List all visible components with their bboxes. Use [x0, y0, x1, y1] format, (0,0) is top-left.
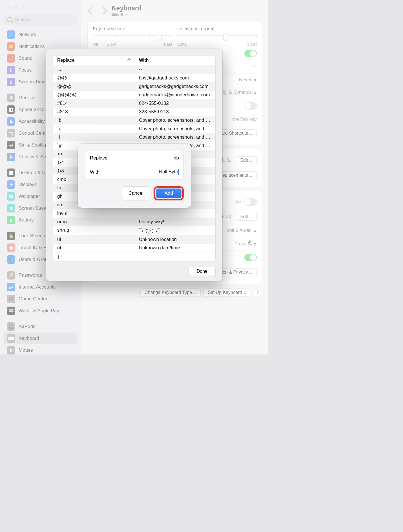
fullscreen-icon[interactable]	[21, 6, 25, 10]
table-row[interactable]: shrug¯\_(ツ)_/¯	[53, 226, 215, 235]
key-repeat-slider[interactable]	[93, 34, 172, 41]
change-keyboard-type-button[interactable]: Change Keyboard Type…	[140, 288, 201, 297]
table-row[interactable]: #814624-555-0182	[53, 99, 215, 108]
search-input[interactable]: Search	[4, 15, 77, 25]
backlight-toggle[interactable]	[244, 50, 257, 57]
column-header-with[interactable]: With	[135, 56, 215, 65]
with-cell: Cover photo, screenshots, and GIFs by	[135, 116, 215, 125]
with-cell: gadgethacks@wonderhowto.com	[135, 91, 215, 99]
with-cell: 624-555-0182	[135, 99, 215, 108]
audio-value[interactable]: bolt 3 Audio	[227, 228, 257, 233]
sidebar-item-label: Mouse	[19, 347, 33, 353]
sidebar-item-label: Appearance	[19, 107, 45, 112]
with-cell	[135, 209, 215, 218]
sidebar-item-label: Internet Accounts	[19, 284, 56, 290]
table-row[interactable]: `bCover photo, screenshots, and GIFs by	[53, 116, 215, 125]
table-row[interactable]: @@@@gadgethacks@wonderhowto.com	[53, 91, 215, 99]
with-cell: On my way!	[135, 218, 215, 226]
with-cell: Cover photo, screenshots, and GIFs by	[135, 133, 215, 141]
focus-icon: ☾	[7, 66, 15, 74]
done-button[interactable]: Done	[189, 267, 216, 276]
add-button[interactable]: Add	[156, 189, 181, 198]
cancel-button[interactable]: Cancel	[122, 186, 150, 200]
table-row[interactable]: ....⋯	[53, 65, 215, 74]
table-row[interactable]: @@tips@gadgethacks.com	[53, 74, 215, 82]
sidebar-item-game-center[interactable]: 🎮Game Center	[4, 293, 77, 305]
replace-field[interactable]: nb	[174, 155, 179, 161]
search-icon	[7, 17, 12, 22]
table-row[interactable]: `jCover photo, screenshots, and GIFs by	[53, 133, 215, 141]
chevron-up-icon	[127, 58, 131, 62]
minimize-icon[interactable]	[14, 6, 18, 10]
dictation-shortcut[interactable]: Press	[234, 240, 257, 247]
wallet-apple-pay-icon: 💳	[7, 307, 15, 315]
with-cell: gadgethacks@gadgethacks.com	[135, 82, 215, 91]
users-groups-icon: 👥	[7, 255, 15, 264]
window-controls	[0, 6, 81, 15]
game-center-icon: 🎮	[7, 295, 15, 303]
forward-button[interactable]	[99, 7, 107, 15]
lowlight-value[interactable]: Never	[239, 77, 257, 83]
sidebar-item-airpods[interactable]: 🎧AirPods	[4, 321, 77, 333]
sidebar-item-label: Focus	[19, 67, 32, 73]
passwords-icon: 🔑	[7, 271, 15, 280]
delay-slider[interactable]	[177, 34, 257, 41]
close-icon[interactable]	[7, 6, 11, 10]
highlight-annotation: Add	[154, 186, 184, 200]
battery-status: 86%	[112, 12, 141, 17]
desktop-dock-icon: ▣	[7, 169, 15, 177]
sidebar-item-network[interactable]: 🌐Network	[4, 29, 77, 41]
sidebar-item-label: Siri & Spotlight	[19, 142, 50, 148]
with-cell: 323-555-0113	[135, 108, 215, 116]
sidebar-item-label: Wallet & Apple Pay	[19, 308, 59, 314]
replace-cell: shrug	[53, 226, 135, 235]
fkeys-toggle[interactable]	[244, 102, 257, 110]
airpods-icon: 🎧	[7, 322, 15, 331]
table-row[interactable]: @@@gadgethacks@gadgethacks.com	[53, 82, 215, 91]
autocorrect-toggle[interactable]	[244, 198, 257, 206]
replace-cell: @@@	[53, 82, 135, 91]
sidebar-item-label: Battery	[19, 217, 34, 223]
column-header-replace[interactable]: Replace	[53, 56, 135, 65]
with-field[interactable]: Null Byte	[159, 169, 179, 175]
key-repeat-label: Key repeat rate	[93, 26, 172, 32]
sidebar-item-label: Control Center	[19, 130, 50, 136]
table-row[interactable]: invis	[53, 209, 215, 218]
delay-label: Delay until repeat	[177, 26, 257, 32]
replace-cell: omw	[53, 218, 135, 226]
help-button[interactable]: ?	[254, 288, 262, 297]
table-row[interactable]: `cCover photo, screenshots, and GIFs by	[53, 125, 215, 133]
setup-keyboard-button[interactable]: Set Up Keyboard…	[203, 288, 251, 297]
appearance-icon: ◧	[7, 105, 15, 114]
sidebar-item-label: AirPods	[19, 324, 36, 329]
add-row-button[interactable]: +	[57, 254, 61, 260]
sidebar-item-keyboard[interactable]: ⌨Keyboard	[4, 333, 77, 344]
with-field-label: With	[90, 169, 99, 175]
privacy-security-icon: ✋	[7, 153, 15, 161]
table-row[interactable]: utUnknown date/time	[53, 244, 215, 252]
with-cell: Cover photo, screenshots, and GIFs by	[135, 125, 215, 133]
with-cell: ¯\_(ツ)_/¯	[135, 226, 215, 235]
table-row[interactable]: #818323-555-0113	[53, 108, 215, 116]
control-center-icon: ⌥	[7, 129, 15, 138]
edit-input-sources-button[interactable]: Edit…	[236, 156, 257, 164]
lock-screen-icon: 🔒	[7, 232, 15, 240]
battery-icon: ▮	[7, 216, 15, 224]
sidebar-item-label: Passwords	[19, 272, 42, 278]
displays-icon: ☀	[7, 180, 15, 189]
sidebar-item-wallet-apple-pay[interactable]: 💳Wallet & Apple Pay	[4, 305, 77, 317]
back-button[interactable]	[88, 7, 96, 15]
siri-spotlight-icon: ◎	[7, 141, 15, 149]
table-row[interactable]: omwOn my way!	[53, 218, 215, 226]
table-row[interactable]: ulUnknown location	[53, 235, 215, 244]
general-icon: ⚙	[7, 94, 15, 102]
spellcheck-edit-button[interactable]: Edit…	[236, 213, 257, 221]
replace-cell: @@@@	[53, 91, 135, 99]
sidebar-item-internet-accounts[interactable]: @Internet Accounts	[4, 281, 77, 293]
remove-row-button[interactable]: −	[65, 254, 69, 260]
with-cell: ⋯	[135, 65, 215, 74]
text-cursor-icon	[178, 169, 179, 175]
sidebar-item-mouse[interactable]: 🖱Mouse	[4, 344, 77, 354]
dictation-toggle[interactable]	[244, 254, 257, 261]
internet-accounts-icon: @	[7, 283, 15, 291]
